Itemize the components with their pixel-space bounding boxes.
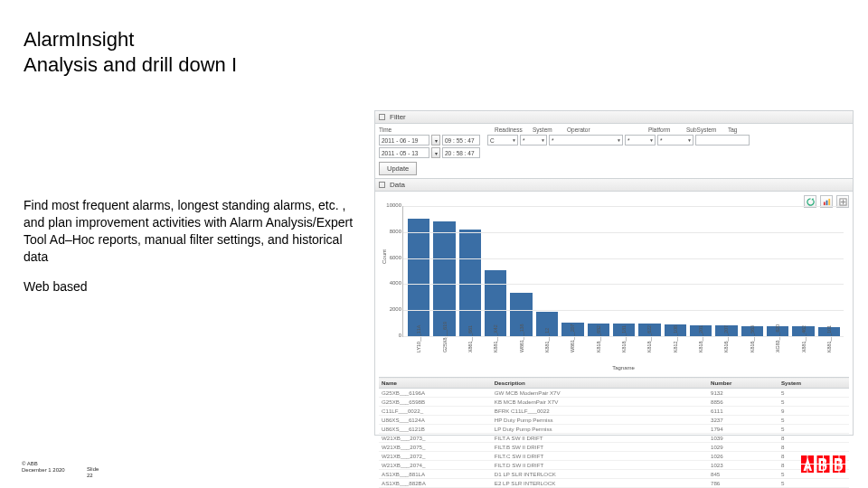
chart-bar[interactable]: K818___652: [588, 324, 609, 336]
filter-row-from: 2011 - 06 - 19 ▾ 09 : 55 : 47 C▼ *▼ *▼ *…: [379, 135, 849, 145]
x-tick-label: K818___181: [621, 325, 627, 352]
chart-bar[interactable]: LY10___11A: [408, 219, 429, 336]
chart-bar[interactable]: X881___462: [792, 326, 814, 336]
table-cell: G25XB___6196A: [379, 389, 492, 398]
collapse-icon[interactable]: [379, 182, 385, 188]
table-cell: 5: [778, 398, 849, 407]
title-line-2: Analysis and drill down I: [24, 53, 237, 76]
table-row[interactable]: U86XS___6121BLP Duty Pump Permiss17945: [379, 425, 849, 434]
data-label: Data: [390, 181, 405, 189]
table-row[interactable]: U86XS___6124AHP Duty Pump Permiss32375: [379, 416, 849, 425]
table-row[interactable]: AS1XB___881LAD1 LP SLR INTERLOCK8455: [379, 470, 849, 479]
data-header[interactable]: Data: [375, 179, 853, 192]
column-header[interactable]: Number: [708, 378, 778, 389]
x-tick-label: XG83___620: [775, 324, 780, 352]
to-time-input[interactable]: 20 : 58 : 47: [442, 147, 480, 158]
x-tick-label: K818___622: [646, 325, 652, 352]
chart-bar[interactable]: K816___207: [715, 325, 737, 336]
chart-bar[interactable]: W861___138: [510, 293, 532, 336]
table-row[interactable]: W21XB___2072_FILT.C SW II DRIFT10268: [379, 452, 849, 461]
chart-bar[interactable]: K818___181: [613, 324, 635, 336]
table-cell: W21XB___2075_: [379, 443, 492, 452]
from-date-input[interactable]: 2011 - 06 - 19: [379, 135, 429, 145]
chart-bar[interactable]: K812___108: [665, 324, 686, 336]
bar-chart: Count Tagname LY10___11AG25X8___619X861_…: [402, 206, 844, 337]
filter-body: Time Readiness System Operator Platform …: [375, 124, 853, 179]
table-row[interactable]: W21XB___2073_FILT.A SW II DRIFT10398: [379, 434, 849, 443]
table-cell: 1023: [708, 461, 778, 470]
data-body: Count Tagname LY10___11AG25X8___619X861_…: [375, 192, 853, 488]
table-cell: FILT.A SW II DRIFT: [492, 434, 708, 443]
table-cell: U86XS___6121B: [379, 425, 492, 434]
column-header[interactable]: System: [778, 378, 849, 389]
chart-bar[interactable]: K881___12: [536, 312, 558, 336]
operator-select[interactable]: *▼: [549, 135, 623, 145]
table-cell: W21XB___2072_: [379, 452, 492, 461]
filter-label: Filter: [390, 113, 406, 121]
table-row[interactable]: W21XB___2074_FILT.D SW II DRIFT10238: [379, 461, 849, 470]
slide-footer: © ABB December 1 2020 Slide 22: [22, 461, 65, 474]
chart-bar[interactable]: K881___X42: [485, 270, 506, 336]
readiness-select[interactable]: C▼: [487, 135, 518, 145]
chart-bar[interactable]: G25X8___619: [433, 221, 455, 336]
filter-row-to: 2011 - 05 - 13 ▾ 20 : 58 : 47: [379, 147, 849, 158]
update-button[interactable]: Update: [379, 162, 417, 175]
subsystem-select[interactable]: *▼: [657, 135, 693, 145]
collapse-icon[interactable]: [379, 114, 385, 120]
table-cell: 5: [778, 425, 849, 434]
column-header[interactable]: Description: [492, 378, 708, 389]
table-row[interactable]: C11LF___0022_BFRK C11LF___002261119: [379, 407, 849, 416]
x-tick-label: X881___462: [801, 325, 807, 352]
system-select[interactable]: *▼: [520, 135, 547, 145]
table-cell: FILT.B SW II DRIFT: [492, 443, 708, 452]
table-cell: 1039: [708, 434, 778, 443]
table-cell: BFRK C11LF___0022: [492, 407, 708, 416]
table-row[interactable]: G25XB___6196AGW MCB ModemPair X7V91325: [379, 389, 849, 398]
table-row[interactable]: AS1XB___882BAE2 LP SLR INTERLOCK7865: [379, 479, 849, 488]
title-line-1: AlarmInsight: [24, 28, 134, 51]
filter-header[interactable]: Filter: [375, 111, 853, 124]
x-tick-label: K881___101: [826, 325, 832, 352]
from-time-input[interactable]: 09 : 55 : 47: [442, 135, 480, 145]
date-picker-icon[interactable]: ▾: [431, 147, 440, 158]
chart-bar[interactable]: XG83___620: [767, 326, 788, 336]
data-table: NameDescriptionNumberSystem G25XB___6196…: [379, 377, 849, 488]
chart-bar[interactable]: K816___563: [741, 326, 763, 336]
slide-number: Slide 22: [87, 466, 99, 479]
column-header[interactable]: Name: [379, 378, 492, 389]
table-cell: W21XB___2073_: [379, 434, 492, 443]
tag-input[interactable]: [695, 135, 750, 145]
table-cell: 786: [708, 479, 778, 488]
x-axis-label: Tagname: [403, 365, 844, 371]
chart-bar[interactable]: K818___622: [638, 324, 660, 336]
table-row[interactable]: G25XB___6598BKB MCB ModemPair X7V88565: [379, 398, 849, 407]
chart-bar[interactable]: K881___101: [818, 327, 840, 336]
table-cell: FILT.C SW II DRIFT: [492, 452, 708, 461]
table-cell: LP Duty Pump Permiss: [492, 425, 708, 434]
table-cell: 6111: [708, 407, 778, 416]
platform-select[interactable]: *▼: [625, 135, 656, 145]
table-cell: 1026: [708, 452, 778, 461]
chart-bar[interactable]: X861___661: [459, 230, 481, 336]
footer-date: December 1 2020: [22, 467, 65, 474]
svg-rect-1: [826, 200, 827, 204]
table-cell: W21XB___2074_: [379, 461, 492, 470]
table-cell: D1 LP SLR INTERLOCK: [492, 470, 708, 479]
table-cell: U86XS___6124A: [379, 416, 492, 425]
table-cell: G25XB___6598B: [379, 398, 492, 407]
to-date-input[interactable]: 2011 - 05 - 13: [379, 147, 429, 158]
chart-bar[interactable]: K818___201: [690, 325, 712, 336]
date-picker-icon[interactable]: ▾: [431, 135, 440, 145]
table-cell: 5: [778, 389, 849, 398]
table-row[interactable]: W21XB___2075_FILT.B SW II DRIFT10298: [379, 443, 849, 452]
body-copy: Find most frequent alarms, longest stand…: [24, 197, 358, 307]
x-tick-label: K812___108: [673, 325, 678, 352]
x-tick-label: X861___661: [467, 325, 473, 352]
chart-bar[interactable]: W861___207: [561, 323, 583, 336]
table-cell: C11LF___0022_: [379, 407, 492, 416]
table-cell: 5: [778, 416, 849, 425]
x-tick-label: K816___207: [723, 325, 729, 352]
table-cell: 9: [778, 407, 849, 416]
x-tick-label: K818___201: [698, 325, 703, 352]
table-cell: 9132: [708, 389, 778, 398]
